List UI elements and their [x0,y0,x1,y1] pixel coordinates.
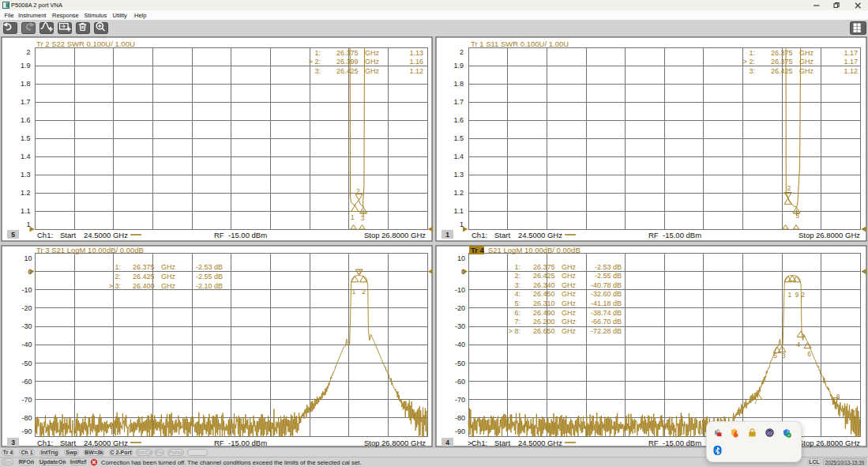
svg-text:1: 1 [351,288,355,296]
svg-text:-15.00 dBm: -15.00 dBm [228,439,267,447]
svg-text:26.8000 GHz: 26.8000 GHz [816,231,860,239]
svg-text:-2.53 dB: -2.53 dB [595,263,622,271]
svg-text:Ch1:: Ch1: [472,231,487,239]
svg-text:26.399: 26.399 [336,58,359,66]
svg-text:26.340: 26.340 [533,281,555,289]
svg-text:8: 8 [836,393,840,401]
svg-text:GHz: GHz [799,58,814,66]
svg-text:Ch1:: Ch1: [37,231,53,239]
svg-text:9: 9 [795,291,799,299]
svg-text:-72.28 dB: -72.28 dB [591,327,622,335]
svg-text:> 3:: > 3: [109,282,121,290]
svg-text:GHz: GHz [562,299,577,307]
svg-text:1.16: 1.16 [409,58,423,66]
svg-text:26.8000 GHz: 26.8000 GHz [381,231,426,239]
svg-text:4:: 4: [514,290,520,298]
svg-text:-2.53 dB: -2.53 dB [196,263,223,271]
svg-text:-90: -90 [455,427,465,435]
svg-text:1.2: 1.2 [21,189,31,197]
svg-text:3: 3 [357,268,361,276]
svg-text:2: 2 [356,187,360,195]
svg-text:1.1: 1.1 [453,207,464,215]
svg-text:26.375: 26.375 [336,49,359,57]
svg-text:Stop: Stop [364,439,380,447]
svg-text:1:: 1: [115,263,121,271]
svg-text:-2.55 dB: -2.55 dB [196,273,223,281]
svg-text:Stop: Stop [798,231,814,239]
svg-text:2:: 2: [115,273,121,281]
svg-text:GHz: GHz [562,281,577,289]
svg-text:-41.18 dB: -41.18 dB [591,299,622,307]
svg-text:> 8:: > 8: [509,327,520,335]
svg-text:3:: 3: [314,67,321,75]
svg-text:2: 2 [460,48,464,56]
svg-text:24.5000 GHz: 24.5000 GHz [518,439,562,447]
svg-text:> 2:: > 2: [743,58,755,66]
svg-text:RF: RF [648,231,659,239]
svg-text:-90: -90 [21,427,32,435]
svg-text:1.5: 1.5 [453,134,464,142]
svg-text:GHz: GHz [799,67,814,75]
svg-text:-2.10 dB: -2.10 dB [196,282,223,290]
svg-text:Start: Start [60,439,76,447]
svg-text:-20: -20 [21,304,32,312]
svg-text:-66.70 dB: -66.70 dB [591,318,622,326]
svg-text:-40: -40 [21,341,32,348]
svg-text:-10: -10 [21,286,32,294]
svg-text:1.2: 1.2 [453,189,464,197]
svg-text:1: 1 [351,213,355,221]
svg-text:GHz: GHz [562,318,577,326]
svg-text:24.5000 GHz: 24.5000 GHz [84,439,128,447]
svg-text:-50: -50 [455,360,465,367]
svg-text:Tr 1 S11 SWR 0.100U/ 1.00U: Tr 1 S11 SWR 0.100U/ 1.00U [471,40,569,48]
svg-text:Start: Start [494,231,510,239]
svg-text:3: 3 [782,352,786,360]
svg-text:Ch1:: Ch1: [472,439,487,447]
svg-text:26.200: 26.200 [533,318,555,326]
svg-text:-2.55 dB: -2.55 dB [595,272,622,280]
svg-text:GHz: GHz [161,273,176,281]
svg-text:-70: -70 [455,396,465,404]
svg-text:-50: -50 [21,360,32,367]
svg-text:GHz: GHz [365,49,380,57]
svg-text:RF: RF [214,231,224,239]
svg-text:1: 1 [787,291,791,299]
svg-text:26.375: 26.375 [771,58,793,66]
svg-text:10: 10 [457,254,465,262]
svg-text:1:: 1: [314,49,321,57]
svg-text:24.5000 GHz: 24.5000 GHz [84,231,128,239]
svg-text:-80: -80 [21,414,32,422]
svg-text:-15.00 dBm: -15.00 dBm [663,439,701,447]
svg-text:7:: 7: [514,318,520,326]
svg-text:1.1: 1.1 [21,207,31,215]
svg-text:1.8: 1.8 [453,80,464,88]
svg-text:Start: Start [494,439,510,447]
svg-text:Tr 2 S22 SWR 0.100U/ 1.00U: Tr 2 S22 SWR 0.100U/ 1.00U [36,40,135,48]
svg-text:GHz: GHz [562,263,577,271]
svg-text:1:: 1: [749,49,755,57]
svg-text:1.3: 1.3 [21,171,31,179]
svg-text:7: 7 [754,397,758,405]
svg-text:26.400: 26.400 [133,282,155,290]
svg-text:1.5: 1.5 [21,134,31,142]
svg-text:10: 10 [24,254,32,262]
svg-text:-32.60 dB: -32.60 dB [591,290,622,298]
svg-text:GHz: GHz [562,272,577,280]
svg-text:-15.00 dBm: -15.00 dBm [663,231,701,239]
svg-text:1.7: 1.7 [21,98,31,106]
svg-text:GHz: GHz [562,327,577,335]
svg-text:3: 3 [361,214,365,222]
svg-text:5: 5 [11,231,15,239]
svg-text:Ch1:: Ch1: [37,439,53,447]
svg-text:2: 2 [26,48,30,56]
svg-text:4: 4 [797,341,801,348]
svg-text:26.425: 26.425 [771,67,793,75]
svg-text:1.4: 1.4 [21,153,31,160]
svg-text:1.12: 1.12 [409,67,423,75]
svg-text:RF: RF [214,439,224,447]
svg-text:-60: -60 [455,378,465,386]
svg-text:26.425: 26.425 [533,272,555,280]
svg-text:3:: 3: [749,67,755,75]
svg-text:5: 5 [773,352,777,360]
svg-text:1.17: 1.17 [844,49,858,57]
